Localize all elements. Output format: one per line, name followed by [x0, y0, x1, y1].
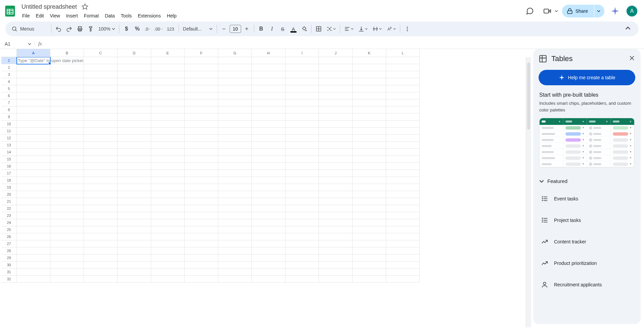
cell[interactable] — [252, 219, 285, 226]
cell[interactable] — [84, 177, 118, 184]
cell[interactable] — [151, 247, 185, 254]
cell[interactable] — [151, 106, 185, 113]
paint-format-button[interactable] — [86, 24, 96, 34]
cell[interactable] — [252, 177, 285, 184]
cell[interactable] — [319, 135, 353, 142]
cell[interactable] — [386, 219, 420, 226]
cell[interactable] — [218, 128, 252, 135]
cell[interactable] — [285, 78, 319, 85]
template-item[interactable]: Project tasks — [533, 209, 641, 231]
cell[interactable] — [252, 184, 285, 191]
cell[interactable] — [17, 113, 50, 121]
more-button[interactable] — [402, 24, 412, 34]
cell[interactable] — [319, 85, 353, 92]
collapse-toolbar-icon[interactable] — [625, 26, 635, 32]
cell[interactable] — [50, 106, 84, 113]
cell[interactable] — [218, 205, 252, 212]
cell[interactable] — [118, 64, 151, 71]
row-header[interactable]: 30 — [1, 262, 17, 269]
menu-tools[interactable]: Tools — [118, 12, 135, 20]
cell[interactable] — [17, 85, 50, 92]
cell[interactable] — [84, 163, 118, 170]
cell[interactable] — [252, 156, 285, 163]
cell[interactable] — [386, 113, 420, 121]
cell[interactable] — [285, 269, 319, 276]
cell[interactable] — [252, 113, 285, 121]
cell[interactable] — [285, 226, 319, 233]
cell[interactable] — [252, 198, 285, 205]
cell[interactable] — [84, 198, 118, 205]
cell[interactable] — [353, 254, 386, 262]
row-header[interactable]: 32 — [1, 276, 17, 283]
cell[interactable] — [118, 170, 151, 177]
cell[interactable] — [50, 205, 84, 212]
cell[interactable] — [118, 262, 151, 269]
column-header[interactable]: L — [386, 49, 420, 57]
cell[interactable] — [84, 149, 118, 156]
cell[interactable] — [17, 184, 50, 191]
row-header[interactable]: 6 — [1, 92, 17, 99]
cell[interactable] — [285, 113, 319, 121]
gemini-icon[interactable] — [608, 4, 622, 18]
cell[interactable] — [84, 226, 118, 233]
cell[interactable] — [50, 113, 84, 121]
cell[interactable] — [218, 99, 252, 106]
cell[interactable] — [218, 170, 252, 177]
cell[interactable] — [353, 233, 386, 240]
cell[interactable] — [386, 57, 420, 64]
cell[interactable] — [218, 121, 252, 128]
cell[interactable] — [151, 240, 185, 247]
cell[interactable] — [84, 142, 118, 149]
cell[interactable] — [17, 106, 50, 113]
cell[interactable] — [285, 71, 319, 78]
row-header[interactable]: 10 — [1, 121, 17, 128]
cell[interactable] — [319, 163, 353, 170]
cell[interactable] — [218, 71, 252, 78]
column-header[interactable]: G — [218, 49, 252, 57]
cell[interactable] — [353, 219, 386, 226]
row-header[interactable]: 1 — [1, 57, 17, 64]
cell[interactable] — [151, 156, 185, 163]
cell[interactable] — [218, 149, 252, 156]
cell[interactable] — [285, 163, 319, 170]
cell[interactable] — [151, 128, 185, 135]
cell[interactable] — [118, 205, 151, 212]
cell[interactable] — [353, 240, 386, 247]
cell[interactable] — [285, 121, 319, 128]
cell[interactable] — [185, 92, 218, 99]
cell[interactable] — [50, 142, 84, 149]
print-button[interactable] — [75, 24, 85, 34]
cell[interactable] — [319, 276, 353, 283]
cell[interactable] — [17, 99, 50, 106]
cell[interactable] — [319, 247, 353, 254]
cell[interactable] — [285, 99, 319, 106]
cell[interactable] — [118, 78, 151, 85]
cell[interactable] — [319, 212, 353, 219]
cell[interactable] — [84, 71, 118, 78]
cell[interactable] — [218, 85, 252, 92]
cell[interactable] — [353, 113, 386, 121]
cell[interactable] — [319, 156, 353, 163]
cell[interactable] — [319, 269, 353, 276]
cell[interactable] — [84, 92, 118, 99]
cell[interactable] — [218, 106, 252, 113]
cell[interactable] — [185, 240, 218, 247]
align-button[interactable] — [342, 24, 356, 34]
cell[interactable] — [185, 57, 218, 64]
cell[interactable] — [252, 269, 285, 276]
cell[interactable] — [185, 233, 218, 240]
cell[interactable] — [17, 269, 50, 276]
cell[interactable] — [386, 163, 420, 170]
select-all-corner[interactable] — [1, 49, 17, 57]
cell[interactable] — [319, 191, 353, 198]
document-title[interactable]: Untitled spreadsheet — [19, 3, 79, 11]
redo-button[interactable] — [64, 24, 74, 34]
cell[interactable] — [353, 85, 386, 92]
cell[interactable] — [353, 276, 386, 283]
cell[interactable] — [285, 64, 319, 71]
currency-button[interactable]: $ — [122, 24, 132, 34]
cell[interactable] — [386, 170, 420, 177]
cell[interactable] — [84, 99, 118, 106]
cell[interactable] — [118, 149, 151, 156]
cell[interactable] — [285, 177, 319, 184]
